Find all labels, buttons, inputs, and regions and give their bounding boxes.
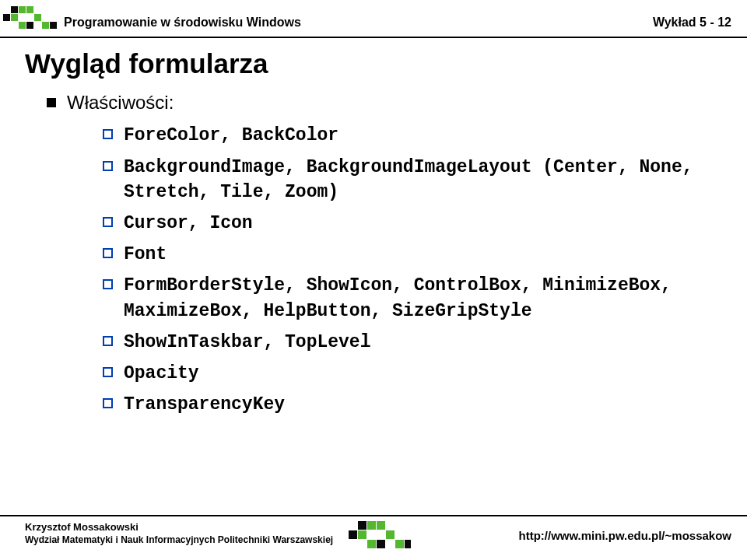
hollow-square-icon xyxy=(103,398,113,408)
square-bullet-icon xyxy=(47,98,56,107)
lecture-number: Wykład 5 - 12 xyxy=(653,16,731,30)
svg-rect-19 xyxy=(405,540,411,548)
list-item-text: ForeColor, BackColor xyxy=(124,123,338,148)
logo-icon xyxy=(0,5,61,36)
svg-rect-10 xyxy=(358,521,366,530)
slide-content: Wygląd formularza Właściwości: ForeColor… xyxy=(25,48,722,423)
svg-rect-12 xyxy=(377,521,385,530)
svg-rect-6 xyxy=(19,22,26,29)
hollow-square-icon xyxy=(103,367,113,377)
hollow-square-icon xyxy=(103,217,113,227)
hollow-square-icon xyxy=(103,129,113,139)
department-name: Wydział Matematyki i Nauk Informacyjnych… xyxy=(25,534,333,547)
bullet-level1-text: Właściwości: xyxy=(67,90,174,115)
list-item: TransparencyKey xyxy=(103,392,722,417)
svg-rect-8 xyxy=(42,22,49,29)
svg-rect-14 xyxy=(358,530,366,539)
list-item: ShowInTaskbar, TopLevel xyxy=(103,330,722,355)
svg-rect-0 xyxy=(11,6,18,13)
list-item-text: Cursor, Icon xyxy=(124,211,253,236)
hollow-square-icon xyxy=(103,161,113,171)
list-item: ForeColor, BackColor xyxy=(103,123,722,148)
list-item-text: TransparencyKey xyxy=(124,392,285,417)
list-item-text: ShowInTaskbar, TopLevel xyxy=(124,330,370,355)
svg-rect-7 xyxy=(26,22,33,29)
svg-rect-17 xyxy=(377,540,385,548)
svg-rect-13 xyxy=(349,530,357,539)
list-item: Opacity xyxy=(103,361,722,386)
svg-rect-5 xyxy=(34,14,41,21)
svg-rect-1 xyxy=(19,6,26,13)
list-item: BackgroundImage, BackgroundImageLayout (… xyxy=(103,155,722,205)
course-title: Programowanie w środowisku Windows xyxy=(64,16,301,30)
footer-divider xyxy=(0,515,747,516)
author-name: Krzysztof Mossakowski xyxy=(25,521,333,534)
footer-author-block: Krzysztof Mossakowski Wydział Matematyki… xyxy=(25,521,333,546)
list-item-text: Font xyxy=(124,242,167,267)
slide-footer: Krzysztof Mossakowski Wydział Matematyki… xyxy=(0,515,747,560)
svg-rect-11 xyxy=(367,521,376,530)
footer-url: http://www.mini.pw.edu.pl/~mossakow xyxy=(519,529,732,542)
list-item: Cursor, Icon xyxy=(103,211,722,236)
svg-rect-9 xyxy=(50,22,57,29)
hollow-square-icon xyxy=(103,248,113,258)
list-item-text: Opacity xyxy=(124,361,199,386)
svg-rect-2 xyxy=(26,6,33,13)
svg-rect-18 xyxy=(395,540,404,548)
svg-rect-3 xyxy=(3,14,10,21)
bullet-level1: Właściwości: xyxy=(47,90,722,115)
hollow-square-icon xyxy=(103,336,113,346)
svg-rect-15 xyxy=(386,530,395,539)
header-divider xyxy=(0,37,747,38)
hollow-square-icon xyxy=(103,279,113,289)
list-item-text: BackgroundImage, BackgroundImageLayout (… xyxy=(124,155,722,205)
svg-rect-4 xyxy=(11,14,18,21)
list-item: Font xyxy=(103,242,722,267)
list-item-text: FormBorderStyle, ShowIcon, ControlBox, M… xyxy=(124,273,722,323)
svg-rect-16 xyxy=(367,540,376,548)
list-item: FormBorderStyle, ShowIcon, ControlBox, M… xyxy=(103,273,722,323)
logo-icon xyxy=(344,518,411,552)
page-title: Wygląd formularza xyxy=(25,48,722,79)
